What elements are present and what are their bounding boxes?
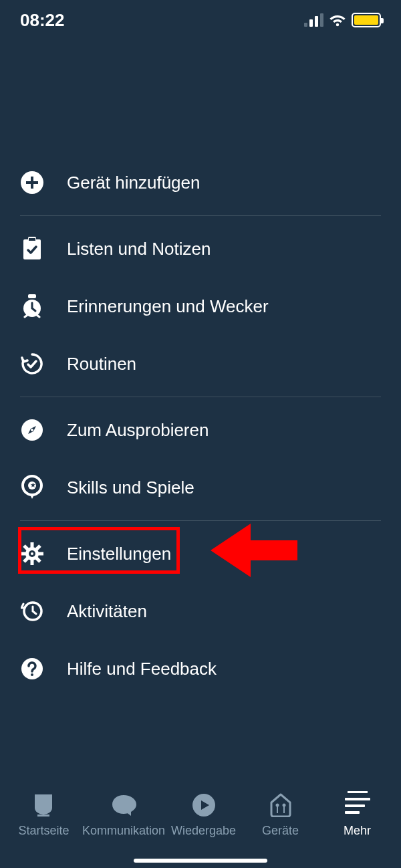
menu-item-reminders[interactable]: Erinnerungen und Wecker bbox=[20, 278, 381, 335]
status-bar: 08:22 bbox=[0, 0, 401, 40]
nav-communication[interactable]: Kommunikation bbox=[82, 793, 165, 838]
svg-point-10 bbox=[31, 429, 33, 431]
nav-label: Startseite bbox=[18, 824, 69, 838]
svg-rect-4 bbox=[23, 239, 41, 259]
nav-label: Wiedergabe bbox=[171, 824, 236, 838]
svg-rect-32 bbox=[283, 806, 285, 813]
divider bbox=[20, 397, 381, 397]
history-icon bbox=[20, 599, 44, 623]
menu-label: Hilfe und Feedback bbox=[67, 659, 217, 679]
routines-icon bbox=[20, 352, 44, 376]
nav-home[interactable]: Startseite bbox=[5, 793, 82, 838]
compass-icon bbox=[20, 418, 44, 442]
home-icon bbox=[32, 793, 55, 817]
wifi-icon bbox=[329, 13, 346, 27]
menu-item-tryout[interactable]: Zum Ausprobieren bbox=[20, 401, 381, 459]
menu-item-activity[interactable]: Aktivitäten bbox=[20, 582, 381, 640]
svg-point-29 bbox=[275, 804, 279, 807]
home-indicator[interactable] bbox=[134, 859, 267, 863]
svg-rect-16 bbox=[21, 552, 26, 556]
menu-label: Skills und Spiele bbox=[67, 477, 194, 498]
annotation-arrow-icon bbox=[211, 524, 297, 580]
more-icon bbox=[345, 793, 370, 817]
battery-icon bbox=[352, 13, 381, 27]
svg-point-30 bbox=[282, 804, 285, 807]
menu-item-settings[interactable]: Einstellungen bbox=[20, 525, 381, 582]
svg-rect-6 bbox=[29, 238, 35, 241]
status-indicators bbox=[304, 13, 381, 27]
svg-rect-27 bbox=[37, 815, 49, 817]
alarm-clock-icon bbox=[20, 294, 44, 318]
devices-icon bbox=[269, 793, 293, 817]
cellular-signal-icon bbox=[304, 13, 323, 27]
menu-label: Routinen bbox=[67, 354, 136, 374]
nav-label: Kommunikation bbox=[82, 824, 165, 838]
svg-point-26 bbox=[31, 673, 33, 676]
more-menu: Gerät hinzufügen Listen und Notizen Erin… bbox=[0, 40, 401, 697]
svg-point-23 bbox=[31, 552, 33, 555]
menu-item-help[interactable]: Hilfe und Feedback bbox=[20, 640, 381, 697]
svg-rect-3 bbox=[26, 181, 38, 184]
plus-circle-icon bbox=[20, 171, 44, 195]
svg-rect-17 bbox=[38, 552, 43, 556]
play-icon bbox=[192, 793, 216, 817]
divider bbox=[20, 520, 381, 521]
svg-rect-14 bbox=[31, 542, 34, 548]
menu-label: Erinnerungen und Wecker bbox=[67, 296, 269, 317]
bottom-nav: Startseite Kommunikation Wiedergabe Gerä… bbox=[0, 781, 401, 868]
menu-label: Listen und Notizen bbox=[67, 239, 211, 259]
nav-devices[interactable]: Geräte bbox=[242, 793, 319, 838]
svg-point-0 bbox=[336, 23, 339, 26]
skills-icon bbox=[20, 475, 44, 500]
help-icon bbox=[20, 657, 44, 681]
nav-play[interactable]: Wiedergabe bbox=[165, 793, 242, 838]
menu-item-skills[interactable]: Skills und Spiele bbox=[20, 459, 381, 516]
menu-label: Gerät hinzufügen bbox=[67, 173, 200, 193]
nav-label: Geräte bbox=[262, 824, 299, 838]
svg-rect-15 bbox=[31, 560, 34, 565]
svg-rect-7 bbox=[28, 294, 36, 298]
menu-item-lists[interactable]: Listen und Notizen bbox=[20, 220, 381, 278]
nav-label: Mehr bbox=[344, 824, 371, 838]
menu-label: Einstellungen bbox=[67, 544, 171, 564]
nav-more[interactable]: Mehr bbox=[319, 793, 396, 838]
menu-label: Zum Ausprobieren bbox=[67, 420, 209, 441]
chat-icon bbox=[111, 793, 136, 817]
svg-rect-31 bbox=[277, 806, 278, 813]
gear-icon bbox=[20, 542, 44, 566]
menu-label: Aktivitäten bbox=[67, 601, 147, 622]
clipboard-check-icon bbox=[20, 237, 44, 261]
menu-item-add-device[interactable]: Gerät hinzufügen bbox=[20, 154, 381, 211]
menu-item-routines[interactable]: Routinen bbox=[20, 335, 381, 393]
divider bbox=[20, 215, 381, 216]
status-time: 08:22 bbox=[20, 10, 65, 31]
